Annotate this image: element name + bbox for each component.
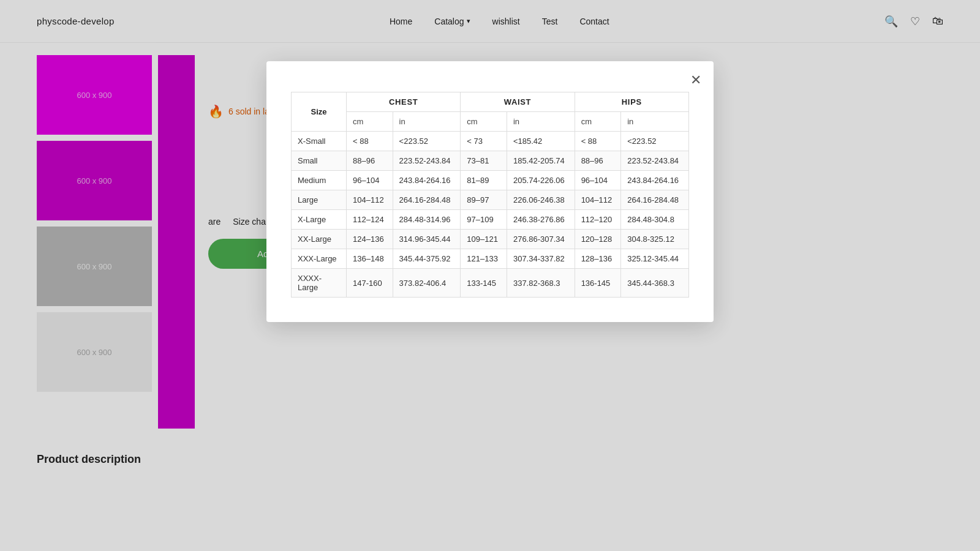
- size-cell: Large: [292, 190, 347, 210]
- measurement-cell: 97–109: [461, 210, 507, 230]
- table-row: X-Small< 88<223.52< 73<185.42< 88<223.52: [292, 132, 689, 151]
- table-row: X-Large112–124284.48-314.9697–109246.38-…: [292, 210, 689, 230]
- measurement-cell: 136–148: [347, 249, 393, 269]
- table-row: Medium96–104243.84-264.1681–89205.74-226…: [292, 171, 689, 190]
- measurement-cell: 337.82-368.3: [507, 269, 575, 298]
- measurement-cell: 284.48-304.8: [621, 210, 689, 230]
- measurement-cell: 185.42-205.74: [507, 151, 575, 171]
- measurement-cell: 276.86-307.34: [507, 230, 575, 249]
- measurement-cell: 284.48-314.96: [393, 210, 461, 230]
- measurement-cell: <223.52: [393, 132, 461, 151]
- table-row: XX-Large124–136314.96-345.44109–121276.8…: [292, 230, 689, 249]
- size-cell: XX-Large: [292, 230, 347, 249]
- measurement-cell: < 88: [575, 132, 621, 151]
- measurement-cell: 89–97: [461, 190, 507, 210]
- measurement-cell: 345.44-368.3: [621, 269, 689, 298]
- hips-header: HIPS: [575, 92, 688, 112]
- measurement-cell: 314.96-345.44: [393, 230, 461, 249]
- measurement-cell: 373.82-406.4: [393, 269, 461, 298]
- measurement-cell: 304.8-325.12: [621, 230, 689, 249]
- measurement-cell: 226.06-246.38: [507, 190, 575, 210]
- size-cell: XXX-Large: [292, 249, 347, 269]
- measurement-cell: 205.74-226.06: [507, 171, 575, 190]
- measurement-cell: 96–104: [575, 171, 621, 190]
- measurement-cell: 136-145: [575, 269, 621, 298]
- modal-overlay: ✕ Size CHEST WAIST HIPS cm in cm in cm i…: [0, 0, 980, 478]
- hips-cm-header: cm: [575, 112, 621, 132]
- measurement-cell: 264.16-284.48: [621, 190, 689, 210]
- measurement-cell: 345.44-375.92: [393, 249, 461, 269]
- measurement-cell: 307.34-337.82: [507, 249, 575, 269]
- measurement-cell: 264.16-284.48: [393, 190, 461, 210]
- chest-header: CHEST: [347, 92, 461, 112]
- size-cell: Small: [292, 151, 347, 171]
- hips-in-header: in: [621, 112, 689, 132]
- table-row: Large104–112264.16-284.4889–97226.06-246…: [292, 190, 689, 210]
- measurement-cell: 223.52-243.84: [621, 151, 689, 171]
- measurement-cell: 109–121: [461, 230, 507, 249]
- size-chart-modal: ✕ Size CHEST WAIST HIPS cm in cm in cm i…: [266, 61, 714, 322]
- table-row: XXXX-Large147-160373.82-406.4133-145337.…: [292, 269, 689, 298]
- chest-in-header: in: [393, 112, 461, 132]
- measurement-cell: <223.52: [621, 132, 689, 151]
- measurement-cell: 112–120: [575, 210, 621, 230]
- waist-header: WAIST: [461, 92, 575, 112]
- measurement-cell: 96–104: [347, 171, 393, 190]
- measurement-cell: <185.42: [507, 132, 575, 151]
- measurement-cell: 121–133: [461, 249, 507, 269]
- size-chart-table: Size CHEST WAIST HIPS cm in cm in cm in …: [291, 92, 689, 298]
- measurement-cell: 124–136: [347, 230, 393, 249]
- table-row: XXX-Large136–148345.44-375.92121–133307.…: [292, 249, 689, 269]
- table-row: Small88–96223.52-243.8473–81185.42-205.7…: [292, 151, 689, 171]
- measurement-cell: 104–112: [575, 190, 621, 210]
- waist-in-header: in: [507, 112, 575, 132]
- measurement-cell: 120–128: [575, 230, 621, 249]
- measurement-cell: 88–96: [347, 151, 393, 171]
- measurement-cell: 147-160: [347, 269, 393, 298]
- measurement-cell: 243.84-264.16: [621, 171, 689, 190]
- measurement-cell: 81–89: [461, 171, 507, 190]
- measurement-cell: 223.52-243.84: [393, 151, 461, 171]
- measurement-cell: < 73: [461, 132, 507, 151]
- modal-close-button[interactable]: ✕: [690, 73, 701, 87]
- measurement-cell: 104–112: [347, 190, 393, 210]
- measurement-cell: 243.84-264.16: [393, 171, 461, 190]
- measurement-cell: 112–124: [347, 210, 393, 230]
- waist-cm-header: cm: [461, 112, 507, 132]
- size-cell: XXXX-Large: [292, 269, 347, 298]
- size-cell: Medium: [292, 171, 347, 190]
- measurement-cell: 133-145: [461, 269, 507, 298]
- chest-cm-header: cm: [347, 112, 393, 132]
- measurement-cell: 88–96: [575, 151, 621, 171]
- measurement-cell: 246.38-276.86: [507, 210, 575, 230]
- size-header: Size: [292, 92, 347, 132]
- measurement-cell: 325.12-345.44: [621, 249, 689, 269]
- measurement-cell: 73–81: [461, 151, 507, 171]
- measurement-cell: 128–136: [575, 249, 621, 269]
- size-cell: X-Small: [292, 132, 347, 151]
- measurement-cell: < 88: [347, 132, 393, 151]
- size-cell: X-Large: [292, 210, 347, 230]
